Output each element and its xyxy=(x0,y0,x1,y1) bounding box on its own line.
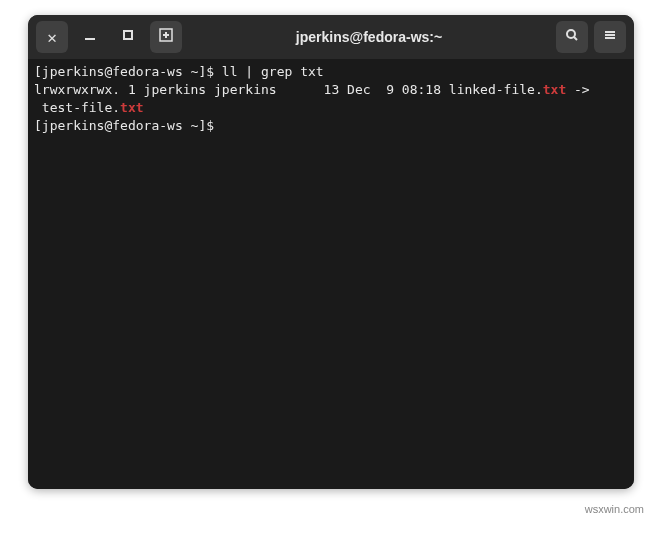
prompt-dollar: $ xyxy=(206,64,222,79)
grep-match: txt xyxy=(543,82,566,97)
titlebar: ✕ jperkins@fedora-ws:~ xyxy=(28,15,634,59)
svg-rect-9 xyxy=(605,37,615,39)
terminal-line-1: [jperkins@fedora-ws ~]$ ll | grep txt xyxy=(34,63,628,81)
minimize-button[interactable] xyxy=(74,21,106,53)
ls-output-perms: lrwxrwxrwx. 1 jperkins jperkins 13 Dec 9… xyxy=(34,82,543,97)
svg-rect-8 xyxy=(605,34,615,36)
svg-point-5 xyxy=(567,30,575,38)
terminal-content[interactable]: [jperkins@fedora-ws ~]$ ll | grep txtlrw… xyxy=(28,59,634,489)
maximize-icon xyxy=(120,27,136,47)
terminal-line-4: [jperkins@fedora-ws ~]$ xyxy=(34,117,628,135)
terminal-line-3: test-file.txt xyxy=(34,99,628,117)
svg-rect-1 xyxy=(124,31,132,39)
new-tab-icon xyxy=(158,27,174,47)
new-tab-button[interactable] xyxy=(150,21,182,53)
titlebar-right-controls xyxy=(556,21,626,53)
search-icon xyxy=(564,27,580,47)
prompt-user-host: jperkins@fedora-ws ~ xyxy=(42,64,199,79)
window-title: jperkins@fedora-ws:~ xyxy=(188,29,550,45)
search-button[interactable] xyxy=(556,21,588,53)
svg-rect-7 xyxy=(605,31,615,33)
titlebar-left-controls: ✕ xyxy=(36,21,182,53)
maximize-button[interactable] xyxy=(112,21,144,53)
close-icon: ✕ xyxy=(47,28,57,47)
watermark: wsxwin.com xyxy=(585,503,644,515)
svg-rect-0 xyxy=(85,38,95,40)
symlink-target-prefix: test-file. xyxy=(34,100,120,115)
grep-match: txt xyxy=(120,100,143,115)
hamburger-icon xyxy=(602,27,618,47)
svg-line-6 xyxy=(574,37,577,40)
menu-button[interactable] xyxy=(594,21,626,53)
svg-rect-4 xyxy=(163,34,169,36)
symlink-arrow: -> xyxy=(566,82,589,97)
prompt-dollar: $ xyxy=(206,118,222,133)
minimize-icon xyxy=(82,27,98,47)
prompt-user-host: jperkins@fedora-ws ~ xyxy=(42,118,199,133)
terminal-window: ✕ jperkins@fedora-ws:~ xyxy=(28,15,634,489)
command-text: ll | grep txt xyxy=(222,64,324,79)
close-button[interactable]: ✕ xyxy=(36,21,68,53)
terminal-line-2: lrwxrwxrwx. 1 jperkins jperkins 13 Dec 9… xyxy=(34,81,628,99)
prompt-bracket-open: [ xyxy=(34,64,42,79)
prompt-bracket-open: [ xyxy=(34,118,42,133)
